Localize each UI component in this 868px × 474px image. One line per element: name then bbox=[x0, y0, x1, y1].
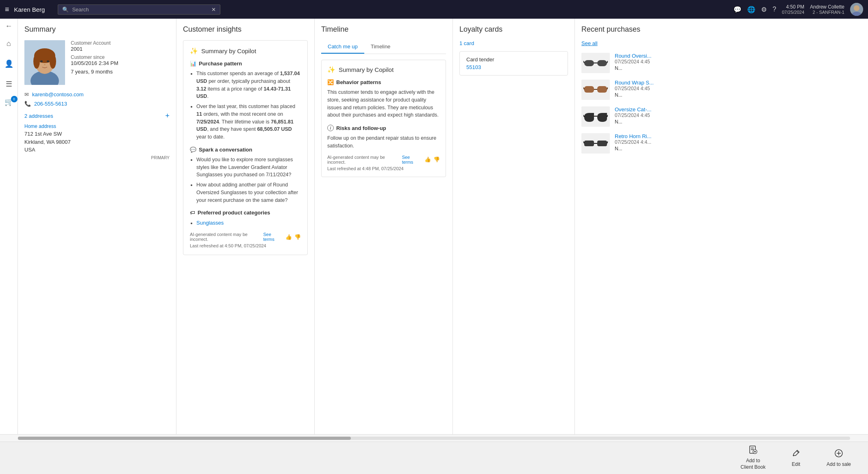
edit-button[interactable]: Edit bbox=[787, 446, 805, 470]
settings-icon[interactable]: ⚙ bbox=[761, 6, 767, 13]
purchase-pattern-header: 📊 Purchase pattern bbox=[190, 61, 301, 67]
tab-bar: Catch me up Timeline bbox=[321, 40, 446, 54]
cart-badge: 0 bbox=[11, 96, 17, 102]
duration: 7 years, 9 months bbox=[71, 69, 170, 75]
svg-rect-25 bbox=[584, 141, 594, 146]
back-button[interactable]: ← bbox=[5, 22, 13, 30]
scroll-track[interactable] bbox=[18, 437, 850, 440]
sidebar-person-icon[interactable]: 👤 bbox=[2, 57, 16, 71]
svg-point-9 bbox=[40, 61, 43, 63]
customer-info: Customer Account 2001 Customer since 10/… bbox=[71, 40, 170, 85]
timeline-see-terms-link[interactable]: See terms bbox=[402, 155, 421, 164]
preferred-link[interactable]: Sunglasses bbox=[196, 220, 224, 226]
behavior-card: ✨ Summary by Copilot 🔀 Behavior patterns… bbox=[321, 60, 446, 177]
add-to-sale-button[interactable]: Add to sale bbox=[822, 446, 856, 470]
purchase-icon: 📊 bbox=[190, 61, 196, 67]
svg-rect-13 bbox=[597, 60, 607, 66]
purchase-item-3: Oversize Cat-... 07/25/2024 4:45 N... bbox=[581, 106, 861, 127]
purchase-bullet-1: This customer spends an average of 1,537… bbox=[196, 70, 301, 100]
purchase-price-2: N... bbox=[615, 92, 654, 98]
spark-bullet-2: How about adding another pair of Round O… bbox=[196, 181, 301, 204]
see-terms-link[interactable]: See terms bbox=[263, 232, 282, 242]
user-name: Andrew Collette bbox=[810, 4, 844, 10]
timeline-copilot-header: ✨ Summary by Copilot bbox=[327, 66, 440, 74]
risks-header: i Risks and follow-up bbox=[327, 125, 440, 131]
card-tender-value: 55103 bbox=[466, 64, 561, 70]
timeline-thumbup-icon[interactable]: 👍 bbox=[424, 156, 431, 162]
purchase-info-4: Retro Horn Ri... 07/25/2024 4:4... N... bbox=[615, 133, 651, 152]
address-count: 2 addresses bbox=[24, 113, 53, 119]
sidebar-home-icon[interactable]: ⌂ bbox=[4, 37, 13, 50]
add-to-client-book-button[interactable]: Add toClient Book bbox=[736, 442, 770, 474]
scroll-thumb[interactable] bbox=[18, 437, 351, 440]
svg-line-21 bbox=[607, 87, 608, 89]
preferred-header: 🏷 Preferred product categories bbox=[190, 210, 301, 216]
svg-point-10 bbox=[47, 61, 49, 63]
behavior-title: Behavior patterns bbox=[336, 79, 381, 85]
spark-header: 💬 Spark a conversation bbox=[190, 147, 301, 153]
svg-line-16 bbox=[607, 61, 608, 63]
search-icon: 🔍 bbox=[62, 6, 69, 13]
add-to-sale-icon bbox=[834, 449, 843, 460]
timeline-copilot-title: Summary by Copilot bbox=[339, 66, 394, 73]
tab-timeline[interactable]: Timeline bbox=[364, 40, 397, 54]
spark-icon: 💬 bbox=[190, 147, 196, 153]
see-all-link[interactable]: See all bbox=[581, 40, 861, 46]
preferred-title: Preferred product categories bbox=[198, 210, 270, 216]
since-date: 10/05/2016 2:34 PM bbox=[71, 60, 170, 66]
chat-icon[interactable]: 💬 bbox=[733, 6, 742, 13]
risks-title: Risks and follow-up bbox=[336, 125, 386, 131]
add-client-book-icon bbox=[748, 445, 757, 456]
purchase-date-1: 07/25/2024 4:45 bbox=[615, 59, 651, 65]
ai-footer: AI-generated content may be incorrect. S… bbox=[190, 232, 301, 242]
hamburger-icon[interactable]: ≡ bbox=[5, 5, 9, 14]
content-area: Summary bbox=[18, 19, 868, 434]
email-item: ✉ karenb@contoso.com bbox=[24, 91, 170, 97]
add-address-button[interactable]: + bbox=[165, 112, 170, 120]
email-link[interactable]: karenb@contoso.com bbox=[32, 91, 84, 97]
svg-line-28 bbox=[583, 141, 584, 143]
help-icon[interactable]: ? bbox=[772, 6, 776, 13]
purchase-name-4[interactable]: Retro Horn Ri... bbox=[615, 133, 651, 139]
thumbdown-icon[interactable]: 👎 bbox=[294, 234, 301, 240]
purchase-name-3[interactable]: Oversize Cat-... bbox=[615, 106, 651, 113]
loyalty-panel: Loyalty cards 1 card Card tender 55103 bbox=[453, 19, 575, 434]
timeline-ai-footer: AI-generated content may be incorrect. S… bbox=[327, 155, 440, 164]
sidebar-menu-icon[interactable]: ☰ bbox=[3, 77, 15, 91]
thumbup-icon[interactable]: 👍 bbox=[285, 234, 292, 240]
purchase-name-2[interactable]: Round Wrap S... bbox=[615, 80, 654, 86]
bottom-toolbar: Add toClient Book Edit Add to sale bbox=[0, 442, 868, 474]
sidebar-cart[interactable]: 🛒 0 bbox=[2, 97, 16, 106]
date-display: 07/25/2024 bbox=[782, 10, 804, 15]
purchase-info-1: Round Oversi... 07/25/2024 4:45 N... bbox=[615, 53, 651, 71]
left-sidebar: ← ⌂ 👤 ☰ 🛒 0 bbox=[0, 19, 18, 434]
timeline-copilot-icon: ✨ bbox=[327, 66, 335, 74]
purchase-price-3: N... bbox=[615, 119, 651, 125]
close-icon[interactable]: ✕ bbox=[211, 6, 216, 13]
tab-catchmeup[interactable]: Catch me up bbox=[321, 40, 364, 54]
feedback-icons: 👍 👎 bbox=[285, 234, 301, 240]
spark-bullet-1: Would you like to explore more sunglasse… bbox=[196, 156, 301, 179]
purchase-price-4: N... bbox=[615, 146, 651, 152]
purchase-bullets: This customer spends an average of 1,537… bbox=[190, 70, 301, 141]
purchase-image-2 bbox=[581, 80, 610, 100]
preferred-item: Sunglasses bbox=[196, 219, 301, 227]
summary-panel: Summary bbox=[18, 19, 176, 434]
copilot-header: ✨ Summary by Copilot bbox=[190, 47, 301, 55]
purchase-item-2: Round Wrap S... 07/25/2024 4:45 N... bbox=[581, 80, 861, 100]
search-input[interactable] bbox=[72, 6, 208, 13]
account-number: 2001 bbox=[71, 46, 170, 52]
insights-title: Customer insights bbox=[183, 25, 308, 34]
behavior-icon: 🔀 bbox=[327, 79, 334, 85]
card-tender-label: Card tender bbox=[466, 56, 561, 63]
phone-link[interactable]: 206-555-5613 bbox=[34, 101, 67, 107]
timeline-thumbdown-icon[interactable]: 👎 bbox=[433, 156, 440, 162]
globe-icon[interactable]: 🌐 bbox=[747, 6, 755, 13]
svg-line-24 bbox=[607, 115, 608, 117]
purchase-name-1[interactable]: Round Oversi... bbox=[615, 53, 651, 59]
purchase-image-4 bbox=[581, 133, 610, 154]
purchase-info-2: Round Wrap S... 07/25/2024 4:45 N... bbox=[615, 80, 654, 98]
purchase-bullet-2: Over the last year, this customer has pl… bbox=[196, 103, 301, 141]
svg-point-1 bbox=[854, 5, 859, 11]
address-line1: 712 1st Ave SW bbox=[24, 130, 170, 138]
